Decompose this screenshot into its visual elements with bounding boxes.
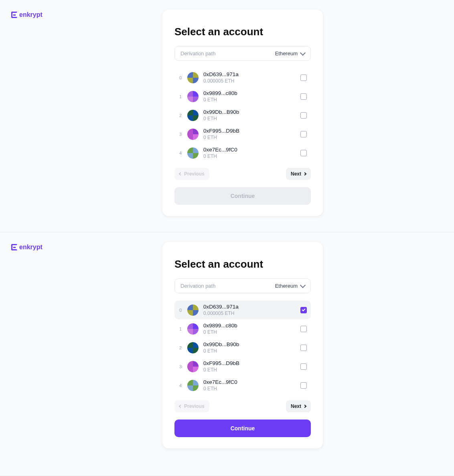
account-row[interactable]: 30xF995...D9bB0 ETH bbox=[174, 357, 311, 376]
account-info: 0x9899...c80b0 ETH bbox=[203, 323, 296, 335]
account-index: 0 bbox=[178, 308, 182, 313]
account-checkbox[interactable] bbox=[300, 307, 307, 313]
account-info: 0x99Db...B90b0 ETH bbox=[203, 109, 296, 121]
logo-mark-icon bbox=[11, 244, 18, 250]
derivation-value: Ethereum bbox=[275, 50, 298, 56]
account-index: 4 bbox=[178, 383, 182, 388]
account-address: 0x9899...c80b bbox=[203, 323, 296, 329]
chevron-left-icon bbox=[179, 405, 182, 408]
account-address: 0xD639...971a bbox=[203, 71, 296, 77]
previous-label: Previous bbox=[184, 403, 205, 409]
brand-text: enkrypt bbox=[19, 11, 43, 18]
continue-button[interactable]: Continue bbox=[174, 420, 311, 437]
account-address: 0xe7Ec...9fC0 bbox=[203, 147, 296, 153]
account-balance: 0 ETH bbox=[203, 367, 296, 373]
account-balance: 0 ETH bbox=[203, 153, 296, 159]
derivation-value: Ethereum bbox=[275, 283, 298, 289]
next-label: Next bbox=[291, 403, 301, 409]
logo-mark-icon bbox=[11, 12, 18, 18]
previous-button: Previous bbox=[174, 400, 209, 412]
account-checkbox[interactable] bbox=[300, 75, 307, 81]
account-index: 0 bbox=[178, 75, 182, 80]
identicon-icon bbox=[187, 110, 199, 121]
next-label: Next bbox=[291, 171, 301, 177]
continue-button: Continue bbox=[174, 187, 311, 205]
account-row[interactable]: 00xD639...971a0.000005 ETH bbox=[174, 301, 311, 319]
identicon-icon bbox=[187, 91, 199, 102]
chevron-left-icon bbox=[179, 172, 182, 175]
account-row[interactable]: 00xD639...971a0.000005 ETH bbox=[174, 68, 311, 87]
account-checkbox[interactable] bbox=[300, 150, 307, 156]
account-checkbox[interactable] bbox=[300, 345, 307, 351]
account-checkbox[interactable] bbox=[300, 131, 307, 137]
account-row[interactable]: 20x99Db...B90b0 ETH bbox=[174, 106, 311, 125]
account-checkbox[interactable] bbox=[300, 112, 307, 119]
account-index: 4 bbox=[178, 151, 182, 155]
screen-state-none-selected: enkrypt Select an account Derivation pat… bbox=[0, 0, 454, 232]
account-balance: 0 ETH bbox=[203, 97, 296, 103]
account-info: 0xF995...D9bB0 ETH bbox=[203, 360, 296, 373]
account-info: 0x99Db...B90b0 ETH bbox=[203, 341, 296, 354]
next-button[interactable]: Next bbox=[286, 168, 311, 180]
identicon-icon bbox=[187, 380, 199, 391]
account-balance: 0 ETH bbox=[203, 116, 296, 121]
select-account-card: Select an account Derivation path Ethere… bbox=[162, 242, 323, 448]
account-checkbox[interactable] bbox=[300, 326, 307, 332]
account-info: 0xD639...971a0.000005 ETH bbox=[203, 71, 296, 84]
account-index: 3 bbox=[178, 364, 182, 369]
account-address: 0xD639...971a bbox=[203, 304, 296, 310]
account-info: 0x9899...c80b0 ETH bbox=[203, 90, 296, 103]
account-row[interactable]: 10x9899...c80b0 ETH bbox=[174, 87, 311, 106]
account-address: 0xF995...D9bB bbox=[203, 360, 296, 366]
chevron-down-icon bbox=[300, 282, 306, 288]
account-list: 00xD639...971a0.000005 ETH10x9899...c80b… bbox=[174, 301, 311, 395]
account-index: 2 bbox=[178, 113, 182, 118]
identicon-icon bbox=[187, 129, 199, 140]
account-row[interactable]: 30xF995...D9bB0 ETH bbox=[174, 125, 311, 143]
previous-button: Previous bbox=[174, 168, 209, 180]
derivation-label: Derivation path bbox=[180, 283, 215, 289]
account-row[interactable]: 10x9899...c80b0 ETH bbox=[174, 319, 311, 338]
derivation-path-selector[interactable]: Derivation path Ethereum bbox=[174, 278, 311, 293]
account-checkbox[interactable] bbox=[300, 93, 307, 100]
derivation-path-selector[interactable]: Derivation path Ethereum bbox=[174, 46, 311, 61]
check-icon bbox=[302, 308, 305, 311]
select-account-card: Select an account Derivation path Ethere… bbox=[162, 10, 323, 216]
chevron-down-icon bbox=[300, 50, 306, 55]
previous-label: Previous bbox=[184, 171, 205, 177]
account-balance: 0.000005 ETH bbox=[203, 78, 296, 84]
account-balance: 0 ETH bbox=[203, 348, 296, 354]
brand-logo: enkrypt bbox=[11, 244, 43, 251]
account-checkbox[interactable] bbox=[300, 363, 307, 370]
page-title: Select an account bbox=[174, 26, 311, 38]
identicon-icon bbox=[187, 72, 199, 83]
chevron-right-icon bbox=[303, 172, 306, 175]
identicon-icon bbox=[187, 305, 199, 316]
account-index: 3 bbox=[178, 132, 182, 137]
account-list: 00xD639...971a0.000005 ETH10x9899...c80b… bbox=[174, 68, 311, 162]
screen-state-one-selected: enkrypt Select an account Derivation pat… bbox=[0, 232, 454, 476]
account-info: 0xe7Ec...9fC00 ETH bbox=[203, 379, 296, 391]
account-address: 0xe7Ec...9fC0 bbox=[203, 379, 296, 385]
identicon-icon bbox=[187, 323, 199, 335]
account-row[interactable]: 40xe7Ec...9fC00 ETH bbox=[174, 143, 311, 162]
account-row[interactable]: 20x99Db...B90b0 ETH bbox=[174, 338, 311, 357]
brand-logo: enkrypt bbox=[11, 11, 43, 18]
account-index: 1 bbox=[178, 327, 182, 331]
account-info: 0xF995...D9bB0 ETH bbox=[203, 128, 296, 140]
page-title: Select an account bbox=[174, 258, 311, 270]
identicon-icon bbox=[187, 342, 199, 353]
account-info: 0xe7Ec...9fC00 ETH bbox=[203, 147, 296, 159]
chevron-right-icon bbox=[303, 405, 306, 408]
account-balance: 0 ETH bbox=[203, 135, 296, 140]
account-address: 0x9899...c80b bbox=[203, 90, 296, 96]
account-index: 2 bbox=[178, 345, 182, 350]
account-balance: 0 ETH bbox=[203, 329, 296, 335]
brand-text: enkrypt bbox=[19, 244, 43, 251]
account-balance: 0.000005 ETH bbox=[203, 311, 296, 316]
identicon-icon bbox=[187, 361, 199, 372]
account-row[interactable]: 40xe7Ec...9fC00 ETH bbox=[174, 376, 311, 395]
account-address: 0x99Db...B90b bbox=[203, 109, 296, 115]
account-checkbox[interactable] bbox=[300, 382, 307, 389]
next-button[interactable]: Next bbox=[286, 400, 311, 412]
